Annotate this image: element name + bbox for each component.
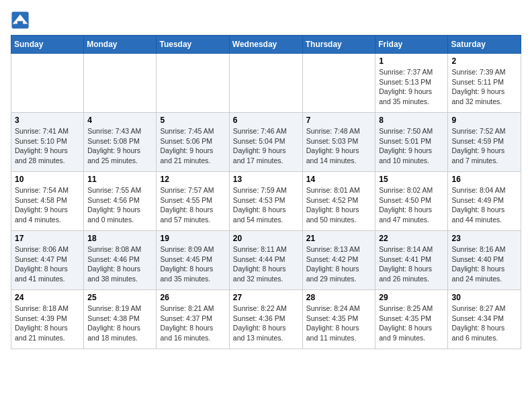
day-number: 28: [306, 293, 372, 302]
day-content: Sunrise: 7:45 AM Sunset: 5:06 PM Dayligh…: [160, 126, 225, 166]
calendar-cell: 19Sunrise: 8:09 AM Sunset: 4:45 PM Dayli…: [157, 231, 229, 290]
calendar-cell: 21Sunrise: 8:13 AM Sunset: 4:42 PM Dayli…: [302, 231, 375, 290]
day-number: 20: [233, 234, 299, 243]
week-row-3: 10Sunrise: 7:54 AM Sunset: 4:58 PM Dayli…: [11, 172, 521, 231]
day-content: Sunrise: 7:48 AM Sunset: 5:03 PM Dayligh…: [306, 126, 372, 166]
day-content: Sunrise: 8:22 AM Sunset: 4:36 PM Dayligh…: [233, 304, 299, 343]
day-content: Sunrise: 7:41 AM Sunset: 5:10 PM Dayligh…: [15, 126, 80, 166]
day-number: 9: [451, 116, 517, 125]
day-content: Sunrise: 8:18 AM Sunset: 4:39 PM Dayligh…: [15, 304, 80, 343]
day-number: 5: [160, 116, 225, 125]
day-content: Sunrise: 7:43 AM Sunset: 5:08 PM Dayligh…: [87, 126, 152, 166]
calendar-cell: 24Sunrise: 8:18 AM Sunset: 4:39 PM Dayli…: [11, 290, 84, 349]
calendar-cell: 9Sunrise: 7:52 AM Sunset: 4:59 PM Daylig…: [448, 113, 521, 172]
day-number: 7: [306, 116, 372, 125]
header-monday: Monday: [84, 36, 157, 54]
header-tuesday: Tuesday: [157, 36, 229, 54]
day-number: 16: [451, 175, 517, 184]
week-row-5: 24Sunrise: 8:18 AM Sunset: 4:39 PM Dayli…: [11, 290, 521, 349]
calendar-cell: 27Sunrise: 8:22 AM Sunset: 4:36 PM Dayli…: [229, 290, 302, 349]
day-number: 8: [379, 116, 444, 125]
day-content: Sunrise: 8:14 AM Sunset: 4:41 PM Dayligh…: [379, 244, 444, 284]
day-number: 25: [87, 293, 152, 302]
day-number: 24: [15, 293, 80, 302]
day-content: Sunrise: 8:27 AM Sunset: 4:34 PM Dayligh…: [451, 304, 517, 343]
calendar-cell: 2Sunrise: 7:39 AM Sunset: 5:11 PM Daylig…: [448, 54, 521, 113]
day-number: 27: [233, 293, 299, 302]
day-content: Sunrise: 8:11 AM Sunset: 4:44 PM Dayligh…: [233, 244, 299, 284]
day-content: Sunrise: 7:52 AM Sunset: 4:59 PM Dayligh…: [451, 126, 517, 166]
day-content: Sunrise: 8:09 AM Sunset: 4:45 PM Dayligh…: [160, 244, 225, 284]
calendar-header-row: SundayMondayTuesdayWednesdayThursdayFrid…: [11, 36, 521, 54]
day-content: Sunrise: 7:59 AM Sunset: 4:53 PM Dayligh…: [233, 185, 299, 225]
day-content: Sunrise: 8:01 AM Sunset: 4:52 PM Dayligh…: [306, 185, 372, 225]
day-content: Sunrise: 8:21 AM Sunset: 4:37 PM Dayligh…: [160, 304, 225, 343]
calendar-cell: [302, 54, 375, 113]
calendar-cell: 23Sunrise: 8:16 AM Sunset: 4:40 PM Dayli…: [448, 231, 521, 290]
week-row-2: 3Sunrise: 7:41 AM Sunset: 5:10 PM Daylig…: [11, 113, 521, 172]
day-number: 3: [15, 116, 80, 125]
calendar-cell: 1Sunrise: 7:37 AM Sunset: 5:13 PM Daylig…: [375, 54, 448, 113]
day-content: Sunrise: 8:06 AM Sunset: 4:47 PM Dayligh…: [15, 244, 80, 284]
calendar-cell: 16Sunrise: 8:04 AM Sunset: 4:49 PM Dayli…: [448, 172, 521, 231]
day-number: 26: [160, 293, 225, 302]
day-content: Sunrise: 8:08 AM Sunset: 4:46 PM Dayligh…: [87, 244, 152, 284]
calendar-cell: 28Sunrise: 8:24 AM Sunset: 4:35 PM Dayli…: [302, 290, 375, 349]
svg-rect-2: [17, 21, 23, 26]
week-row-1: 1Sunrise: 7:37 AM Sunset: 5:13 PM Daylig…: [11, 54, 521, 113]
day-content: Sunrise: 8:16 AM Sunset: 4:40 PM Dayligh…: [451, 244, 517, 284]
calendar-cell: 12Sunrise: 7:57 AM Sunset: 4:55 PM Dayli…: [157, 172, 229, 231]
page-header: [11, 11, 521, 30]
day-number: 18: [87, 234, 152, 243]
day-content: Sunrise: 7:55 AM Sunset: 4:56 PM Dayligh…: [87, 185, 152, 225]
logo: [11, 11, 32, 30]
day-content: Sunrise: 8:19 AM Sunset: 4:38 PM Dayligh…: [87, 304, 152, 343]
calendar-cell: 15Sunrise: 8:02 AM Sunset: 4:50 PM Dayli…: [375, 172, 448, 231]
calendar-cell: 7Sunrise: 7:48 AM Sunset: 5:03 PM Daylig…: [302, 113, 375, 172]
calendar-cell: 18Sunrise: 8:08 AM Sunset: 4:46 PM Dayli…: [84, 231, 157, 290]
day-number: 23: [451, 234, 517, 243]
day-number: 29: [379, 293, 444, 302]
day-number: 21: [306, 234, 372, 243]
calendar-cell: [157, 54, 229, 113]
day-number: 11: [87, 175, 152, 184]
calendar-cell: 20Sunrise: 8:11 AM Sunset: 4:44 PM Dayli…: [229, 231, 302, 290]
header-thursday: Thursday: [302, 36, 375, 54]
calendar-cell: 6Sunrise: 7:46 AM Sunset: 5:04 PM Daylig…: [229, 113, 302, 172]
calendar-cell: 5Sunrise: 7:45 AM Sunset: 5:06 PM Daylig…: [157, 113, 229, 172]
day-number: 30: [451, 293, 517, 302]
calendar-cell: 30Sunrise: 8:27 AM Sunset: 4:34 PM Dayli…: [448, 290, 521, 349]
calendar-table: SundayMondayTuesdayWednesdayThursdayFrid…: [11, 35, 521, 349]
calendar-cell: [84, 54, 157, 113]
day-number: 1: [379, 56, 444, 66]
week-row-4: 17Sunrise: 8:06 AM Sunset: 4:47 PM Dayli…: [11, 231, 521, 290]
calendar-cell: 26Sunrise: 8:21 AM Sunset: 4:37 PM Dayli…: [157, 290, 229, 349]
calendar-cell: 10Sunrise: 7:54 AM Sunset: 4:58 PM Dayli…: [11, 172, 84, 231]
header-saturday: Saturday: [448, 36, 521, 54]
day-number: 14: [306, 175, 372, 184]
calendar-cell: 22Sunrise: 8:14 AM Sunset: 4:41 PM Dayli…: [375, 231, 448, 290]
day-content: Sunrise: 7:54 AM Sunset: 4:58 PM Dayligh…: [15, 185, 80, 225]
day-content: Sunrise: 8:04 AM Sunset: 4:49 PM Dayligh…: [451, 185, 517, 225]
calendar-cell: 11Sunrise: 7:55 AM Sunset: 4:56 PM Dayli…: [84, 172, 157, 231]
day-number: 10: [15, 175, 80, 184]
day-content: Sunrise: 7:57 AM Sunset: 4:55 PM Dayligh…: [160, 185, 225, 225]
calendar-cell: 3Sunrise: 7:41 AM Sunset: 5:10 PM Daylig…: [11, 113, 84, 172]
day-number: 13: [233, 175, 299, 184]
day-content: Sunrise: 7:37 AM Sunset: 5:13 PM Dayligh…: [379, 67, 444, 107]
header-wednesday: Wednesday: [229, 36, 302, 54]
header-friday: Friday: [375, 36, 448, 54]
calendar-cell: 25Sunrise: 8:19 AM Sunset: 4:38 PM Dayli…: [84, 290, 157, 349]
day-content: Sunrise: 8:13 AM Sunset: 4:42 PM Dayligh…: [306, 244, 372, 284]
calendar-cell: 29Sunrise: 8:25 AM Sunset: 4:35 PM Dayli…: [375, 290, 448, 349]
header-sunday: Sunday: [11, 36, 84, 54]
calendar-cell: 17Sunrise: 8:06 AM Sunset: 4:47 PM Dayli…: [11, 231, 84, 290]
calendar-cell: 4Sunrise: 7:43 AM Sunset: 5:08 PM Daylig…: [84, 113, 157, 172]
calendar-cell: 13Sunrise: 7:59 AM Sunset: 4:53 PM Dayli…: [229, 172, 302, 231]
day-content: Sunrise: 7:39 AM Sunset: 5:11 PM Dayligh…: [451, 67, 517, 107]
day-number: 17: [15, 234, 80, 243]
day-content: Sunrise: 8:25 AM Sunset: 4:35 PM Dayligh…: [379, 304, 444, 343]
day-content: Sunrise: 7:50 AM Sunset: 5:01 PM Dayligh…: [379, 126, 444, 166]
calendar-cell: 14Sunrise: 8:01 AM Sunset: 4:52 PM Dayli…: [302, 172, 375, 231]
day-content: Sunrise: 8:02 AM Sunset: 4:50 PM Dayligh…: [379, 185, 444, 225]
